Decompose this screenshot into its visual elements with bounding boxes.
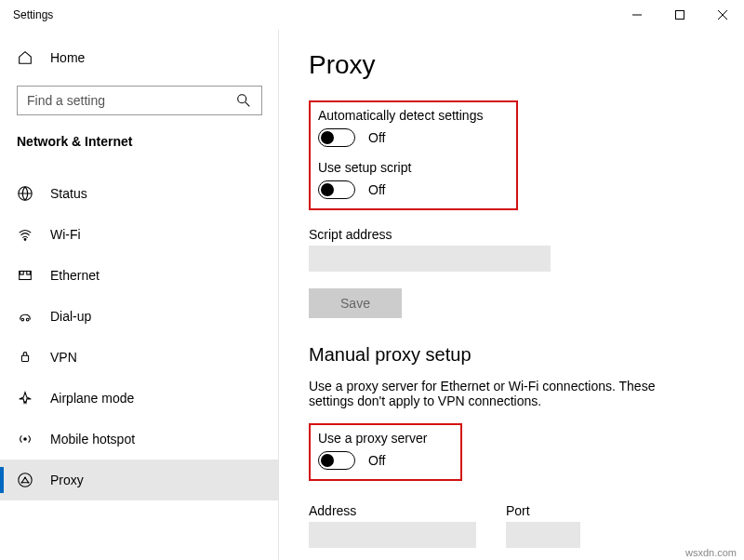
svg-rect-1 xyxy=(676,11,684,20)
nav-label: Proxy xyxy=(50,473,84,487)
setup-script-state: Off xyxy=(368,182,385,197)
script-address-label: Script address xyxy=(309,227,725,242)
auto-proxy-highlight: Automatically detect settings Off Use se… xyxy=(309,100,518,210)
wifi-icon xyxy=(17,226,33,243)
setup-script-toggle[interactable] xyxy=(318,180,355,199)
nav-label: Mobile hotspot xyxy=(50,432,135,447)
sidebar-item-status[interactable]: Status xyxy=(0,173,279,214)
minimize-button[interactable] xyxy=(616,0,658,30)
nav-label: VPN xyxy=(50,350,77,365)
auto-detect-label: Automatically detect settings xyxy=(318,108,483,123)
sidebar-item-airplane[interactable]: Airplane mode xyxy=(0,378,279,419)
manual-proxy-highlight: Use a proxy server Off xyxy=(309,423,462,481)
hotspot-icon xyxy=(17,431,33,447)
home-icon xyxy=(17,49,33,66)
nav-label: Status xyxy=(50,186,87,201)
nav-list: Status Wi-Fi Ethernet Dial-up VPN Airpla… xyxy=(0,173,279,500)
home-label: Home xyxy=(50,50,85,65)
setup-script-label: Use setup script xyxy=(318,160,483,175)
auto-detect-state: Off xyxy=(368,130,385,145)
home-nav[interactable]: Home xyxy=(0,37,279,78)
sidebar-item-hotspot[interactable]: Mobile hotspot xyxy=(0,419,279,460)
dialup-icon xyxy=(17,308,33,325)
sidebar-item-proxy[interactable]: Proxy xyxy=(0,460,279,500)
globe-icon xyxy=(17,185,33,202)
nav-label: Wi-Fi xyxy=(50,227,81,242)
use-proxy-toggle[interactable] xyxy=(318,451,355,470)
use-proxy-state: Off xyxy=(368,453,385,468)
svg-point-4 xyxy=(238,95,246,103)
window-controls xyxy=(616,0,744,30)
window-title: Settings xyxy=(13,8,53,21)
script-address-input[interactable] xyxy=(309,246,551,272)
save-button[interactable]: Save xyxy=(309,288,402,318)
main-content: Proxy Automatically detect settings Off … xyxy=(279,30,744,560)
search-input[interactable]: Find a setting xyxy=(17,86,262,115)
sidebar-item-wifi[interactable]: Wi-Fi xyxy=(0,214,279,255)
airplane-icon xyxy=(17,390,33,407)
category-title: Network & Internet xyxy=(0,128,279,160)
address-input[interactable] xyxy=(309,522,476,548)
address-label: Address xyxy=(309,503,476,518)
sidebar-item-dialup[interactable]: Dial-up xyxy=(0,296,279,337)
svg-rect-8 xyxy=(20,272,32,280)
svg-point-14 xyxy=(23,437,27,441)
proxy-icon xyxy=(17,472,33,488)
watermark: wsxdn.com xyxy=(685,547,737,558)
search-icon xyxy=(235,92,252,109)
vpn-icon xyxy=(17,349,33,366)
sidebar: Home Find a setting Network & Internet S… xyxy=(0,30,279,560)
use-proxy-label: Use a proxy server xyxy=(318,431,427,446)
nav-label: Dial-up xyxy=(50,309,91,324)
maximize-button[interactable] xyxy=(658,0,701,30)
svg-rect-13 xyxy=(21,355,28,361)
port-label: Port xyxy=(506,503,580,518)
sidebar-item-ethernet[interactable]: Ethernet xyxy=(0,255,279,296)
svg-rect-9 xyxy=(20,272,24,275)
sidebar-item-vpn[interactable]: VPN xyxy=(0,337,279,378)
port-input[interactable] xyxy=(506,522,580,548)
svg-line-5 xyxy=(246,102,250,107)
svg-point-15 xyxy=(19,473,32,487)
nav-label: Airplane mode xyxy=(50,391,134,406)
nav-label: Ethernet xyxy=(50,268,100,283)
svg-point-7 xyxy=(24,239,26,241)
ethernet-icon xyxy=(17,267,33,284)
titlebar: Settings xyxy=(0,0,744,30)
search-placeholder: Find a setting xyxy=(27,93,105,108)
svg-point-12 xyxy=(26,318,29,321)
manual-section-title: Manual proxy setup xyxy=(309,344,725,366)
close-button[interactable] xyxy=(701,0,744,30)
svg-point-11 xyxy=(21,318,24,321)
divider xyxy=(278,30,279,560)
manual-description: Use a proxy server for Ethernet or Wi-Fi… xyxy=(309,379,690,408)
auto-detect-toggle[interactable] xyxy=(318,128,355,147)
svg-rect-10 xyxy=(27,272,31,275)
page-title: Proxy xyxy=(309,50,725,80)
